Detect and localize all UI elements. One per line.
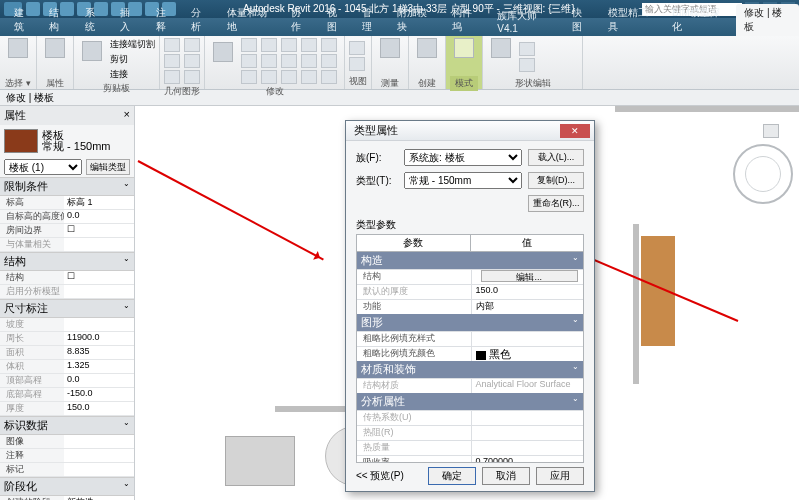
tab-structure[interactable]: 结构 [41, 4, 76, 36]
geo-icon[interactable] [184, 38, 200, 52]
comment-label: 注释 [0, 449, 64, 462]
mod-icon[interactable] [301, 70, 317, 84]
structure-label: 结构 [357, 270, 472, 284]
image-value[interactable] [64, 435, 134, 448]
home-view-icon[interactable] [763, 124, 779, 138]
mod-icon[interactable] [321, 54, 337, 68]
view-icon[interactable] [349, 57, 365, 71]
family-dropdown[interactable]: 系统族: 楼板 [404, 149, 522, 166]
create-button[interactable] [413, 38, 441, 76]
tab-addins[interactable]: 附加模块 [389, 4, 444, 36]
mod-icon[interactable] [321, 70, 337, 84]
group-analytical[interactable]: 分析属性⌄ [357, 393, 583, 410]
tab-analyze[interactable]: 分析 [183, 4, 218, 36]
tab-modify-floor[interactable]: 修改 | 楼板 [736, 4, 799, 36]
geo-icon[interactable] [164, 70, 180, 84]
mod-icon[interactable] [261, 70, 277, 84]
tab-annotate[interactable]: 注释 [148, 4, 183, 36]
view-icon[interactable] [349, 41, 365, 55]
mod-icon[interactable] [261, 54, 277, 68]
tab-collab[interactable]: 协作 [283, 4, 318, 36]
preview-toggle[interactable]: << 预览(P) [356, 469, 404, 483]
absorb-label: 吸收率 [357, 456, 472, 462]
group-structural[interactable]: 结构⌄ [0, 252, 134, 271]
shape-button[interactable] [487, 38, 515, 76]
mod-icon[interactable] [241, 54, 257, 68]
group-construction[interactable]: 构造⌄ [357, 252, 583, 269]
tab-modeltool[interactable]: 模型精工具 [600, 4, 665, 36]
tab-systems[interactable]: 系统 [77, 4, 112, 36]
mod-icon[interactable] [281, 38, 297, 52]
group-constraints[interactable]: 限制条件⌄ [0, 177, 134, 196]
type-dropdown[interactable]: 常规 - 150mm [404, 172, 522, 189]
level-value[interactable]: 标高 1 [64, 196, 134, 209]
load-button[interactable]: 载入(L)... [528, 149, 584, 166]
group-graphics[interactable]: 图形⌄ [357, 314, 583, 331]
struct-mat-value[interactable]: Analytical Floor Surface [472, 379, 584, 393]
group-dimensions[interactable]: 尺寸标注⌄ [0, 299, 134, 318]
room-bound-checkbox[interactable] [64, 224, 134, 237]
mod-icon[interactable] [281, 70, 297, 84]
tab-manage[interactable]: 管理 [354, 4, 389, 36]
mark-label: 标记 [0, 463, 64, 476]
tab-view[interactable]: 视图 [319, 4, 354, 36]
mod-icon[interactable] [281, 54, 297, 68]
cphase-value[interactable]: 新构造 [64, 496, 134, 500]
tab-massing[interactable]: 体量和场地 [219, 4, 284, 36]
join-cmd[interactable]: 连接 [110, 68, 155, 81]
group-phasing[interactable]: 阶段化⌄ [0, 477, 134, 496]
instance-dropdown[interactable]: 楼板 (1) [4, 159, 82, 175]
comment-value[interactable] [64, 449, 134, 462]
join-end-cut[interactable]: 连接端切割 [110, 38, 155, 51]
mod-icon[interactable] [321, 38, 337, 52]
apply-button[interactable]: 应用 [536, 467, 584, 485]
geo-icon[interactable] [184, 54, 200, 68]
shape-icon[interactable] [519, 42, 535, 56]
properties-close-icon[interactable]: × [124, 108, 130, 123]
tab-kuaitu[interactable]: 快图 [564, 4, 599, 36]
type-params-label: 类型参数 [356, 218, 584, 232]
tab-insert[interactable]: 插入 [112, 4, 147, 36]
dialog-close-button[interactable]: ✕ [560, 124, 590, 138]
paste-button[interactable] [78, 41, 106, 79]
coarse-color-value[interactable]: 黑色 [472, 347, 584, 361]
modify-button[interactable] [4, 38, 32, 76]
geo-icon[interactable] [164, 38, 180, 52]
function-value[interactable]: 内部 [472, 300, 584, 314]
coarse-pattern-value[interactable] [472, 332, 584, 346]
nav-wheel-icon[interactable] [733, 144, 793, 204]
duplicate-button[interactable]: 复制(D)... [528, 172, 584, 189]
tab-bim[interactable]: BIM模型深化 [664, 4, 736, 36]
cut-cmd[interactable]: 剪切 [110, 53, 155, 66]
tab-zuku[interactable]: 族库大师V4.1 [489, 7, 564, 36]
rename-button[interactable]: 重命名(R)... [528, 195, 584, 212]
group-identity[interactable]: 标识数据⌄ [0, 416, 134, 435]
mod-icon[interactable] [241, 70, 257, 84]
group-materials[interactable]: 材质和装饰⌄ [357, 361, 583, 378]
panel-view: 视图 [345, 36, 372, 89]
absorb-value[interactable]: 0.700000 [472, 456, 584, 462]
mark-value[interactable] [64, 463, 134, 476]
edit-boundary-button[interactable] [450, 38, 478, 76]
mod-icon[interactable] [241, 38, 257, 52]
tab-goujianwu[interactable]: 构件坞 [444, 4, 489, 36]
edit-type-button[interactable]: 编辑类型 [86, 159, 130, 175]
mod-icon[interactable] [301, 38, 317, 52]
structural-checkbox[interactable] [64, 271, 134, 284]
ok-button[interactable]: 确定 [428, 467, 476, 485]
shape-icon[interactable] [519, 58, 535, 72]
mod-icon[interactable] [261, 38, 277, 52]
structure-edit-button[interactable]: 编辑... [481, 270, 578, 282]
cancel-button[interactable]: 取消 [482, 467, 530, 485]
tab-architecture[interactable]: 建筑 [6, 4, 41, 36]
defthk-label: 默认的厚度 [357, 285, 472, 299]
properties-button[interactable] [41, 38, 69, 76]
offset-value[interactable]: 0.0 [64, 210, 134, 223]
type-selector[interactable]: 楼板 常规 - 150mm [0, 125, 134, 157]
geo-icon[interactable] [184, 70, 200, 84]
align-button[interactable] [209, 42, 237, 80]
measure-button[interactable] [376, 38, 404, 76]
dialog-titlebar[interactable]: 类型属性 ✕ [346, 121, 594, 141]
mod-icon[interactable] [301, 54, 317, 68]
geo-icon[interactable] [164, 54, 180, 68]
